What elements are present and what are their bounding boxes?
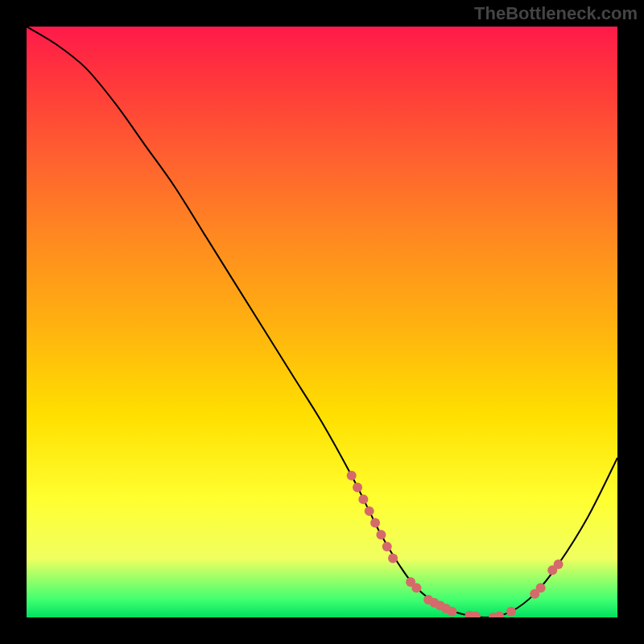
data-marker [358, 494, 368, 504]
data-marker [370, 518, 380, 528]
data-marker [382, 542, 392, 551]
data-marker [447, 607, 456, 617]
data-marker [353, 483, 362, 493]
data-marker [494, 612, 504, 617]
plot-area [27, 27, 617, 617]
watermark-text: TheBottleneck.com [474, 3, 638, 24]
data-marker [506, 607, 516, 617]
data-marker [347, 471, 357, 481]
chart-overlay [27, 27, 617, 617]
data-marker [536, 583, 546, 592]
data-marker [388, 554, 398, 564]
data-marker [554, 559, 564, 569]
data-markers [347, 471, 564, 617]
data-marker [411, 583, 421, 592]
data-marker [376, 530, 386, 539]
bottleneck-curve [27, 27, 617, 617]
data-marker [365, 506, 374, 516]
